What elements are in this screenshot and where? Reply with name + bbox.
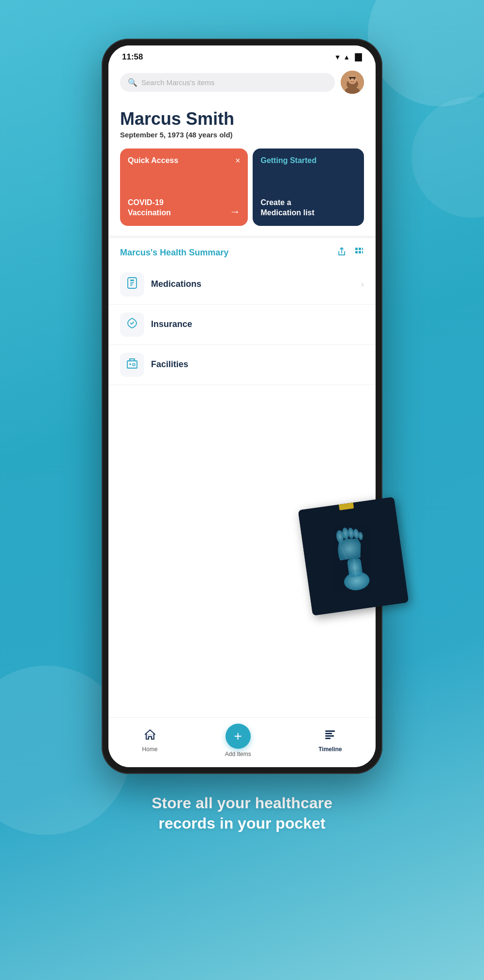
- nav-home-label: Home: [142, 746, 158, 753]
- search-bar[interactable]: 🔍 Search Marcus's items: [120, 73, 335, 92]
- section-action-icons: [337, 247, 364, 259]
- search-placeholder: Search Marcus's items: [141, 78, 214, 87]
- add-items-button[interactable]: +: [226, 724, 251, 749]
- svg-point-2: [348, 75, 357, 84]
- insurance-icon-box: [120, 312, 144, 337]
- svg-rect-24: [325, 735, 334, 737]
- quick-access-close[interactable]: ×: [235, 156, 241, 165]
- quick-access-arrow[interactable]: →: [229, 206, 240, 218]
- search-icon: 🔍: [128, 78, 137, 87]
- svg-rect-11: [359, 251, 361, 253]
- patient-dob: September 5, 1973 (48 years old): [120, 131, 364, 139]
- svg-rect-22: [325, 730, 335, 732]
- avatar[interactable]: [341, 71, 364, 94]
- facilities-icon: [126, 357, 138, 372]
- facilities-label: Facilities: [151, 359, 364, 370]
- bottom-nav: Home + Add Items Timeline: [108, 717, 376, 767]
- nav-home[interactable]: Home: [142, 728, 158, 753]
- nav-timeline-label: Timeline: [318, 746, 342, 753]
- nav-add-items[interactable]: + Add Items: [225, 724, 251, 757]
- getting-started-title: Getting Started: [260, 156, 356, 165]
- cards-row: Quick Access × COVID-19Vaccination → Get…: [108, 148, 376, 236]
- getting-started-subtitle: Create aMedication list: [260, 198, 356, 218]
- health-summary-section: Marcus's Health Summary: [108, 238, 376, 717]
- medications-item[interactable]: Medications ›: [108, 265, 376, 305]
- wifi-icon: ▼: [334, 53, 341, 61]
- xray-image: [298, 497, 409, 616]
- medications-chevron: ›: [361, 279, 364, 289]
- plus-icon: +: [234, 729, 242, 743]
- insurance-icon: [126, 317, 138, 332]
- header: 🔍 Search Marcus's items: [108, 66, 376, 102]
- medications-icon: [126, 277, 138, 292]
- share-icon[interactable]: [337, 247, 347, 259]
- nav-add-label: Add Items: [225, 751, 251, 757]
- signal-icon: ▲: [343, 53, 350, 61]
- status-icons: ▼ ▲ ▐█: [334, 53, 362, 61]
- svg-rect-8: [359, 248, 361, 250]
- medications-icon-box: [120, 272, 144, 297]
- svg-rect-23: [325, 733, 332, 734]
- section-title: Marcus's Health Summary: [120, 248, 228, 258]
- svg-rect-12: [362, 251, 363, 253]
- status-time: 11:58: [122, 52, 143, 62]
- patient-name: Marcus Smith: [120, 109, 364, 129]
- quick-access-title: Quick Access: [128, 156, 178, 165]
- facilities-icon-box: [120, 353, 144, 377]
- quick-access-subtitle: COVID-19Vaccination: [128, 198, 171, 218]
- svg-rect-9: [362, 248, 363, 250]
- svg-rect-13: [128, 278, 136, 288]
- profile-section: Marcus Smith September 5, 1973 (48 years…: [108, 102, 376, 148]
- timeline-icon: [324, 728, 336, 744]
- medications-label: Medications: [151, 279, 354, 289]
- phone-frame: 11:58 ▼ ▲ ▐█ 🔍 Search Marcus's items: [102, 39, 382, 774]
- insurance-label: Insurance: [151, 319, 364, 329]
- tagline-section: Store all your healthcarerecords in your…: [122, 793, 361, 833]
- status-bar: 11:58 ▼ ▲ ▐█: [108, 45, 376, 66]
- facilities-item[interactable]: Facilities: [108, 345, 376, 385]
- tagline-text: Store all your healthcarerecords in your…: [151, 793, 332, 833]
- section-header: Marcus's Health Summary: [108, 238, 376, 265]
- svg-rect-7: [355, 248, 358, 250]
- svg-rect-10: [355, 251, 358, 253]
- home-icon: [144, 728, 156, 744]
- getting-started-card[interactable]: Getting Started Create aMedication list: [253, 148, 364, 226]
- phone-screen: 11:58 ▼ ▲ ▐█ 🔍 Search Marcus's items: [108, 45, 376, 767]
- svg-rect-14: [130, 280, 134, 281]
- battery-icon: ▐█: [352, 53, 362, 61]
- insurance-item[interactable]: Insurance: [108, 305, 376, 345]
- grid-icon[interactable]: [354, 247, 364, 259]
- avatar-image: [341, 71, 364, 94]
- xray-decoration: [298, 497, 409, 616]
- svg-rect-21: [133, 364, 135, 366]
- nav-timeline[interactable]: Timeline: [318, 728, 342, 753]
- svg-rect-6: [349, 77, 356, 78]
- svg-rect-25: [325, 738, 331, 739]
- quick-access-card[interactable]: Quick Access × COVID-19Vaccination →: [120, 148, 248, 226]
- svg-rect-18: [127, 361, 137, 368]
